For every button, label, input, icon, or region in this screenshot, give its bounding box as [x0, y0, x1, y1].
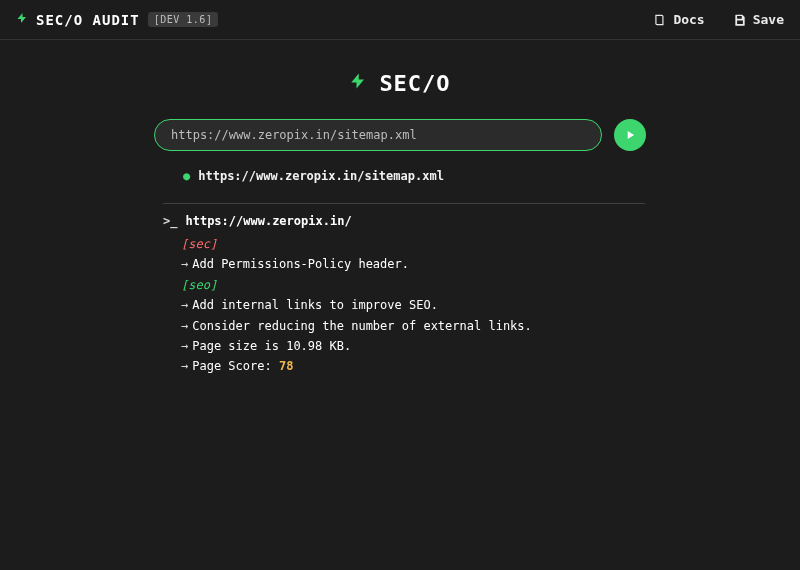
- nav-save-label: Save: [753, 12, 784, 27]
- result-lines: [sec] →Add Permissions-Policy header. [s…: [163, 234, 645, 377]
- url-input[interactable]: [154, 119, 602, 151]
- score-line: →Page Score: 78: [181, 356, 645, 376]
- bolt-icon: [16, 11, 28, 28]
- submit-button[interactable]: [614, 119, 646, 151]
- nav-docs[interactable]: Docs: [653, 12, 704, 27]
- version-badge: [DEV 1.6]: [148, 12, 219, 27]
- sec-tag: [sec]: [181, 234, 645, 254]
- nav-save[interactable]: Save: [733, 12, 784, 27]
- brand-name: SEC/O AUDIT: [36, 12, 140, 28]
- result-block: >_ https://www.zeropix.in/ [sec] →Add Pe…: [155, 203, 645, 377]
- arrow-icon: →: [181, 257, 188, 271]
- logo: SEC/O: [349, 70, 450, 97]
- sec-line: →Add Permissions-Policy header.: [181, 254, 645, 274]
- play-icon: [623, 128, 637, 142]
- book-icon: [653, 13, 667, 27]
- arrow-icon: →: [181, 359, 188, 373]
- result-page-url: https://www.zeropix.in/: [185, 214, 351, 228]
- arrow-icon: →: [181, 319, 188, 333]
- result-header: >_ https://www.zeropix.in/: [163, 203, 645, 234]
- seo-line: →Add internal links to improve SEO.: [181, 295, 645, 315]
- prompt-symbol: >_: [163, 214, 177, 228]
- bullet-icon: ●: [183, 169, 190, 183]
- arrow-icon: →: [181, 339, 188, 353]
- score-value: 78: [279, 359, 293, 373]
- main-content: SEC/O ●https://www.zeropix.in/sitemap.xm…: [0, 40, 800, 377]
- seo-line: →Page size is 10.98 KB.: [181, 336, 645, 356]
- logo-text: SEC/O: [379, 71, 450, 96]
- seo-tag: [seo]: [181, 275, 645, 295]
- header-bar: SEC/O AUDIT [DEV 1.6] Docs Save: [0, 0, 800, 40]
- url-input-row: [154, 119, 646, 151]
- seo-line: →Consider reducing the number of externa…: [181, 316, 645, 336]
- consumed-url: https://www.zeropix.in/sitemap.xml: [198, 169, 444, 183]
- arrow-icon: →: [181, 298, 188, 312]
- bolt-icon: [349, 70, 367, 97]
- nav-docs-label: Docs: [673, 12, 704, 27]
- consumed-url-row: ●https://www.zeropix.in/sitemap.xml: [155, 169, 645, 183]
- save-icon: [733, 13, 747, 27]
- brand: SEC/O AUDIT [DEV 1.6]: [16, 11, 218, 28]
